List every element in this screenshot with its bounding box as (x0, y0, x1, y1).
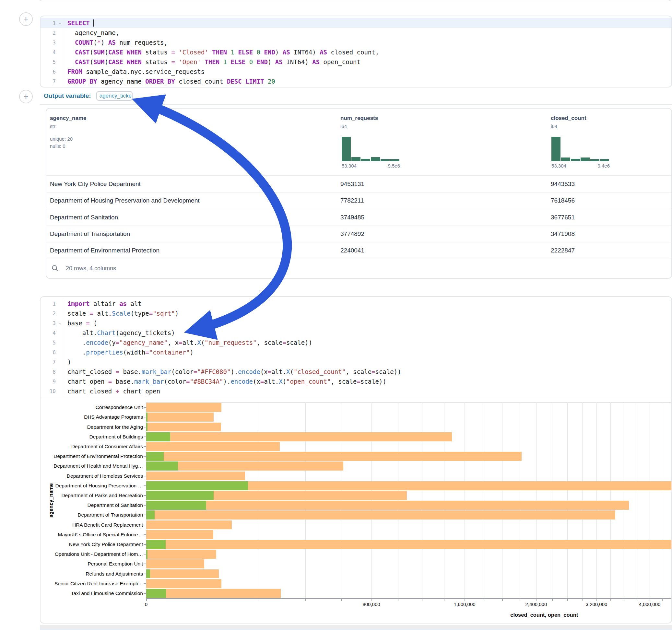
y-axis-tick (144, 505, 146, 506)
code-text[interactable]: .properties(width="container") (63, 347, 671, 357)
code-line[interactable]: 9chart_open = base.mark_bar(color="#8BC3… (41, 377, 671, 386)
code-text[interactable]: SELECT (63, 18, 671, 28)
y-axis-tick (144, 544, 146, 545)
code-text[interactable]: alt.Chart(agency_tickets) (63, 328, 671, 338)
code-line[interactable]: 4 alt.Chart(agency_tickets) (41, 328, 671, 338)
code-text[interactable]: .encode(y="agency_name", x=alt.X("num_re… (63, 338, 671, 347)
x-axis-tick-label: 3,200,000 (586, 602, 607, 607)
code-text[interactable]: scale = alt.Scale(type="sqrt") (63, 309, 671, 318)
python-code-editor[interactable]: 1import altair as alt2scale = alt.Scale(… (41, 297, 671, 396)
y-axis-tick (144, 593, 146, 594)
y-axis-label: Personal Exemption Unit (41, 561, 143, 567)
bar-closed_count (146, 570, 219, 579)
y-axis-label: Department of Transportation (41, 512, 143, 518)
x-axis-tick (146, 599, 147, 601)
x-axis-tick (422, 599, 423, 601)
x-axis-tick (371, 599, 372, 601)
bar-open_count (146, 501, 206, 510)
sql-code-editor[interactable]: 1⌄SELECT 2 agency_name,3 COUNT(*) AS num… (41, 16, 671, 86)
gridline (650, 403, 650, 598)
line-number: 4 (41, 330, 57, 336)
code-line[interactable]: 5 CAST(SUM(CASE WHEN status = 'Open' THE… (41, 57, 671, 67)
code-text[interactable]: chart_open = base.mark_bar(color="#8BC34… (63, 377, 671, 386)
gridline (552, 403, 552, 598)
y-axis-label: Department of Health and Mental Hyg… (41, 463, 143, 469)
x-axis-tick-label: 4,000,000 (639, 602, 661, 607)
bar-open_count (146, 432, 170, 441)
code-line[interactable]: 6FROM sample_data.nyc.service_requests (41, 67, 671, 76)
line-number: 2 (41, 311, 57, 317)
y-axis-label: Department of Parks and Recreation (41, 492, 143, 499)
column-header-num-requests: num_requests (340, 115, 378, 122)
code-line[interactable]: 4 CAST(SUM(CASE WHEN status = 'Closed' T… (41, 47, 671, 57)
code-line[interactable]: 3⌄base = ( (41, 318, 671, 328)
plot-top-border (146, 403, 672, 403)
fold-chevron-icon[interactable]: ⌄ (57, 21, 63, 25)
bar-open_count (146, 422, 147, 432)
code-text[interactable]: ) (63, 357, 671, 367)
table-cell: New York City Police Department (50, 180, 141, 188)
gridline (484, 403, 484, 598)
x-axis-line (146, 598, 672, 599)
table-cell: 3471908 (551, 231, 575, 238)
code-line[interactable]: 7) (41, 357, 671, 367)
bar-closed_count (146, 550, 216, 559)
y-axis-tick (144, 583, 146, 584)
code-text[interactable]: GROUP BY agency_name ORDER BY closed_cou… (63, 76, 671, 86)
y-axis-tick (144, 515, 146, 515)
code-text[interactable]: CAST(SUM(CASE WHEN status = 'Closed' THE… (63, 47, 671, 57)
column-stat-unique: unique: 20 (50, 136, 73, 142)
code-text[interactable]: FROM sample_data.nyc.service_requests (63, 67, 671, 76)
row-count-label: 20 rows, 4 columns (66, 265, 116, 272)
code-line[interactable]: 1⌄SELECT (41, 18, 671, 28)
code-line[interactable]: 2scale = alt.Scale(type="sqrt") (41, 309, 671, 318)
code-line[interactable]: 3 COUNT(*) AS num_requests, (41, 38, 671, 47)
x-axis-tick-label: 0 (145, 602, 147, 607)
histogram-bin (381, 159, 390, 161)
x-axis-tick (259, 599, 259, 601)
add-cell-button-top[interactable]: + (19, 12, 33, 26)
output-variable-input[interactable]: agency_tickets (96, 91, 133, 101)
code-text[interactable]: base = ( (63, 318, 671, 328)
column-stat-nulls: nulls: 0 (50, 143, 66, 149)
code-line[interactable]: 10chart_closed + chart_open (41, 386, 671, 396)
y-axis-label: Department of Sanitation (41, 502, 143, 508)
x-axis-tick (341, 599, 342, 601)
line-number: 10 (41, 388, 57, 394)
table-cell: 2222847 (551, 247, 575, 254)
code-line[interactable]: 2 agency_name, (41, 28, 671, 38)
x-axis-tick-label: 800,000 (362, 602, 380, 607)
gridline (398, 403, 399, 598)
y-axis-tick (144, 495, 146, 496)
code-text[interactable]: CAST(SUM(CASE WHEN status = 'Open' THEN … (63, 57, 671, 67)
table-cell: Department of Sanitation (50, 214, 118, 221)
table-cell: 3749485 (340, 214, 364, 221)
code-line[interactable]: 1import altair as alt (41, 299, 671, 309)
y-axis-label: Refunds and Adjustments (41, 571, 143, 577)
code-text[interactable]: chart_closed + chart_open (63, 386, 671, 396)
add-cell-button-middle[interactable]: + (19, 90, 33, 103)
histogram-bin (581, 158, 590, 161)
x-axis-tick-label: 1,600,000 (454, 602, 476, 607)
code-text[interactable]: import altair as alt (63, 299, 671, 309)
code-line[interactable]: 6 .properties(width="container") (41, 347, 671, 357)
fold-chevron-icon[interactable]: ⌄ (57, 321, 63, 325)
code-line[interactable]: 8chart_closed = base.mark_bar(color="#FF… (41, 367, 671, 377)
bar-closed_count (146, 540, 672, 549)
sql-cell: 1⌄SELECT 2 agency_name,3 COUNT(*) AS num… (40, 16, 672, 88)
table-rows: New York City Police Department945313194… (46, 176, 671, 259)
code-text[interactable]: chart_closed = base.mark_bar(color="#FFC… (63, 367, 671, 377)
x-axis-tick (624, 599, 624, 601)
code-line[interactable]: 5 .encode(y="agency_name", x=alt.X("num_… (41, 338, 671, 347)
search-icon[interactable] (51, 265, 59, 272)
code-text[interactable]: agency_name, (63, 28, 671, 38)
histogram-bin (590, 159, 599, 161)
line-number: 3 (41, 40, 57, 46)
code-line[interactable]: 7GROUP BY agency_name ORDER BY closed_co… (41, 76, 671, 86)
x-axis-tick (582, 599, 583, 601)
y-axis-label: Senior Citizen Rent Increase Exempti… (41, 581, 143, 587)
result-table: agency_name str unique: 20 nulls: 0 num_… (46, 108, 672, 279)
output-variable-row: Output variable: agency_tickets (40, 88, 672, 105)
x-axis-tick (552, 599, 553, 601)
code-text[interactable]: COUNT(*) AS num_requests, (63, 38, 671, 47)
